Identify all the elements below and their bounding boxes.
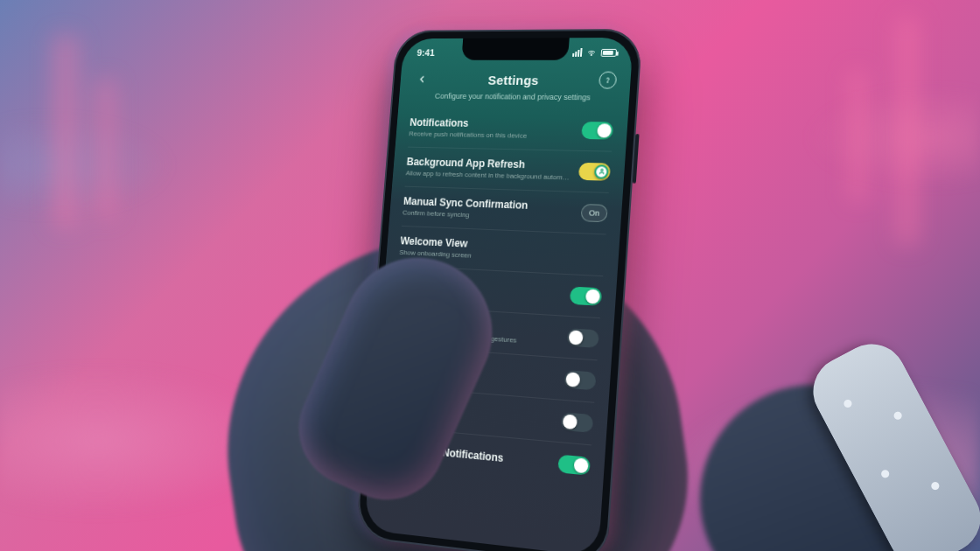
settings-row[interactable]: Background App RefreshAllow app to refre…	[405, 148, 612, 193]
svg-point-0	[591, 54, 592, 55]
toggle-knob	[569, 330, 584, 345]
person-icon	[598, 168, 606, 176]
wifi-icon	[586, 47, 598, 58]
toggle-switch[interactable]	[570, 286, 602, 305]
toggle-knob	[597, 123, 612, 137]
phone-notch	[461, 38, 569, 59]
question-icon	[603, 76, 612, 85]
svg-point-2	[600, 170, 602, 171]
value-pill[interactable]: On	[580, 204, 607, 222]
status-time: 9:41	[416, 47, 435, 57]
screen-header: Settings	[400, 66, 632, 91]
settings-row-text: NotificationsReceive push notifications …	[409, 116, 583, 142]
toggle-switch[interactable]	[561, 412, 594, 433]
toggle-switch[interactable]	[578, 163, 611, 181]
settings-row-title: Notifications	[410, 116, 574, 131]
page-title: Settings	[487, 73, 539, 87]
settings-row-text: Background App RefreshAllow app to refre…	[405, 156, 579, 183]
page-subtitle: Configure your notification and privacy …	[398, 90, 629, 111]
back-button[interactable]	[413, 70, 432, 88]
toggle-knob	[585, 289, 600, 303]
toggle-switch[interactable]	[564, 370, 597, 390]
toggle-switch[interactable]	[557, 454, 591, 475]
toggle-knob	[573, 457, 588, 473]
toggle-knob	[563, 414, 578, 429]
svg-point-1	[607, 81, 608, 82]
toggle-knob	[594, 164, 609, 178]
help-button[interactable]	[598, 72, 617, 89]
battery-icon	[601, 48, 617, 56]
settings-row-text: Manual Sync ConfirmationConfirm before s…	[402, 195, 582, 224]
settings-row[interactable]: NotificationsReceive push notifications …	[408, 108, 614, 152]
toggle-switch[interactable]	[581, 122, 613, 140]
signal-icon	[572, 48, 582, 57]
chevron-left-icon	[416, 73, 429, 85]
toggle-knob	[565, 372, 580, 387]
toggle-switch[interactable]	[566, 328, 598, 348]
settings-row-subtitle: Receive push notifications on this devic…	[409, 130, 573, 142]
